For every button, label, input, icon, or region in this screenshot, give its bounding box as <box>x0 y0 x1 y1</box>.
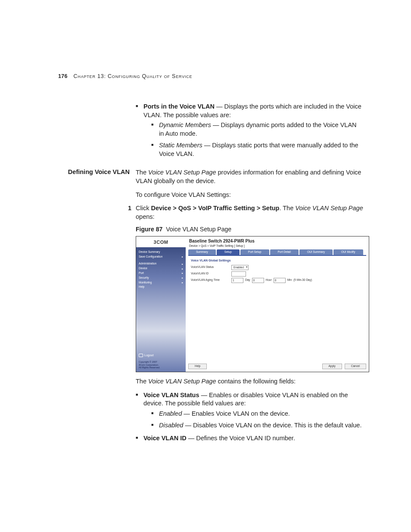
tab-bar: Summary Setup Port Setup Port Detail OUI… <box>186 249 369 255</box>
chevron-right-icon: ▸ <box>182 281 183 284</box>
chevron-right-icon: ▸ <box>182 267 183 271</box>
body-text: . The <box>279 205 295 212</box>
tab-oui-modify[interactable]: OUI Modify <box>333 249 363 255</box>
sidebar-item-monitoring[interactable]: Monitoring▸ <box>139 280 183 285</box>
input-aging-min[interactable]: 0 <box>274 278 286 283</box>
sidebar: 3COM Device Summary Save Configuration▸ … <box>136 236 186 372</box>
panel-title: Voice VLAN Global Settings <box>191 258 364 262</box>
hint-aging-range: (5 Min-30 Day) <box>293 278 312 282</box>
logo: 3COM <box>136 236 186 247</box>
page-number: 176 <box>58 73 68 79</box>
figure-caption: Figure 87Voice VLAN Setup Page <box>136 225 369 233</box>
unit-hour: Hour <box>266 278 272 282</box>
nav-path: Device > QoS > VoIP Traffic Setting > Se… <box>151 205 279 212</box>
body-text: The <box>136 169 148 176</box>
figure-label: Figure 87 <box>136 226 162 233</box>
page: 176 Chapter 13: Configuring Quality of S… <box>0 0 411 532</box>
term-static-members: Static Members <box>159 142 202 149</box>
input-vlan-id[interactable] <box>231 271 246 277</box>
sidebar-item-port[interactable]: Port▸ <box>139 271 183 276</box>
chevron-right-icon: ▸ <box>182 271 183 275</box>
page-ref: Voice VLAN Setup Page <box>295 205 363 212</box>
term-voice-vlan-status: Voice VLAN Status <box>143 392 199 398</box>
list-item: Ports in the Voice VLAN — Displays the p… <box>136 103 363 158</box>
input-aging-hour[interactable]: 0 <box>252 278 264 283</box>
settings-panel: Voice VLAN Global Settings VoiceVLAN Sta… <box>188 255 366 283</box>
sidebar-item-device[interactable]: Device▸ <box>139 266 183 271</box>
label-aging-time: VoiceVLAN Aging Time <box>191 278 230 282</box>
term-enabled: Enabled <box>159 410 182 417</box>
list-item: Voice VLAN ID — Defines the Voice VLAN I… <box>136 434 369 443</box>
select-vlan-status[interactable]: Enabled <box>231 265 249 270</box>
copyright-text: Copyright © 2007 3Com Corporation. All R… <box>139 361 160 369</box>
label-vlan-status: VoiceVLAN Status <box>191 265 230 269</box>
chevron-right-icon: ▸ <box>182 276 183 280</box>
body-text: — Defines the Voice VLAN ID number. <box>187 435 295 442</box>
page-ref: Voice VLAN Setup Page <box>148 378 216 385</box>
chevron-right-icon: ▸ <box>182 255 183 258</box>
content-area: Ports in the Voice VLAN — Displays the p… <box>58 103 363 453</box>
logout-button[interactable]: Logout <box>139 353 153 357</box>
cancel-button[interactable]: Cancel <box>345 364 366 369</box>
list-item: Disabled — Disables Voice VLAN on the de… <box>151 421 369 430</box>
sidebar-item-administration[interactable]: Administration▸ <box>139 261 183 266</box>
unit-day: Day <box>245 278 250 282</box>
body-text: To configure Voice VLAN Settings: <box>136 191 369 199</box>
tab-setup[interactable]: Setup <box>217 249 240 255</box>
sidebar-item-device-summary[interactable]: Device Summary <box>139 250 183 255</box>
tab-oui-summary[interactable]: OUI Summary <box>299 249 333 255</box>
sidebar-item-security[interactable]: Security▸ <box>139 276 183 280</box>
term-ports-in-voice-vlan: Ports in the Voice VLAN <box>143 103 215 110</box>
device-title: Baseline Switch 2924-PWR Plus <box>186 236 369 244</box>
list-item: Dynamic Members — Displays dynamic ports… <box>151 121 363 138</box>
list-item: Voice VLAN Status — Enables or disables … <box>136 391 369 430</box>
help-button[interactable]: Help <box>188 364 207 369</box>
main-panel: Baseline Switch 2924-PWR Plus Device > Q… <box>186 236 369 372</box>
input-aging-day[interactable]: 1 <box>231 278 243 283</box>
list-item: Enabled — Enables Voice VLAN on the devi… <box>151 410 369 418</box>
embedded-screenshot: 3COM Device Summary Save Configuration▸ … <box>136 236 369 372</box>
chevron-right-icon: ▸ <box>182 262 183 266</box>
sidebar-item-help[interactable]: Help <box>139 285 183 289</box>
label-vlan-id: VoiceVLAN ID <box>191 272 230 276</box>
page-ref: Voice VLAN Setup Page <box>148 169 216 176</box>
body-text: — Disables Voice VLAN on the device. Thi… <box>183 422 361 429</box>
running-header: 176 Chapter 13: Configuring Quality of S… <box>58 73 363 79</box>
body-text: Click <box>136 205 151 212</box>
tab-port-setup[interactable]: Port Setup <box>240 249 269 255</box>
chapter-label: Chapter 13: Configuring Quality of Servi… <box>74 73 193 79</box>
body-text: — Enables Voice VLAN on the device. <box>182 410 290 417</box>
apply-button[interactable]: Apply <box>322 364 342 369</box>
body-text: The <box>136 378 148 385</box>
tab-summary[interactable]: Summary <box>188 249 216 255</box>
step-number: 1 <box>128 204 131 213</box>
term-disabled: Disabled <box>159 422 183 429</box>
tab-port-detail[interactable]: Port Detail <box>270 249 299 255</box>
body-text: contains the following fields: <box>216 378 296 385</box>
sidebar-item-save-configuration[interactable]: Save Configuration▸ <box>139 255 183 259</box>
step-1: 1 Click Device > QoS > VoIP Traffic Sett… <box>136 204 369 221</box>
section-heading: Defining Voice VLAN <box>58 168 136 175</box>
term-voice-vlan-id: Voice VLAN ID <box>143 435 187 442</box>
logout-icon <box>139 354 143 357</box>
body-text: opens: <box>136 213 155 220</box>
unit-min: Min <box>287 278 292 282</box>
breadcrumb: Device > QoS > VoIP Traffic Setting [ Se… <box>186 244 369 250</box>
figure-title: Voice VLAN Setup Page <box>166 226 231 233</box>
term-dynamic-members: Dynamic Members <box>159 121 211 128</box>
list-item: Static Members — Displays static ports t… <box>151 141 363 158</box>
